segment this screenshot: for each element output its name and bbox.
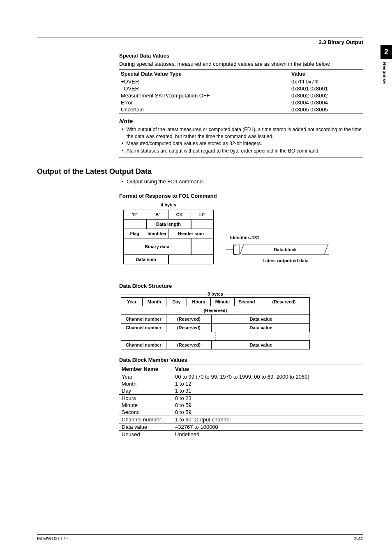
special-values-table: Special Data Value Type Value +OVER0x7ff… <box>119 69 363 113</box>
table-row: Data value–32767 to 100000 <box>119 423 363 431</box>
fo1-diagram: 4 bytes 'E' 'B' CR LF Data length Flag I… <box>119 202 363 280</box>
data-block-structure-diagram: 8 bytes Year Month Day Hours Minute Seco… <box>119 291 363 349</box>
table-row: Second0 to 59 <box>119 409 363 416</box>
format-heading: Format of Response to FO1 Command <box>119 193 363 199</box>
note-list: With output of the latest measured or co… <box>119 126 363 155</box>
table-row: Hours0 to 23 <box>119 395 363 402</box>
identifier-label: Identifier=131 <box>230 235 329 240</box>
chapter-number: 2 <box>380 45 392 59</box>
chapter-label: Response <box>380 59 389 87</box>
section-header: 2.3 Binary Output <box>37 39 363 45</box>
footer-left: IM MW100-17E <box>37 536 68 541</box>
special-intro: During special statuses, measured and co… <box>119 60 363 68</box>
footer-right: 2-41 <box>354 536 363 541</box>
special-heading: Special Data Values <box>119 53 363 59</box>
page-footer: IM MW100-17E 2-41 <box>37 534 363 541</box>
output-title: Output of the Latest Output Data <box>37 167 363 176</box>
table-row: Month1 to 12 <box>119 380 363 387</box>
table-row: UnusedUndefined <box>119 431 363 438</box>
table-row: Channel number1 to 60: Output channel <box>119 416 363 423</box>
side-tab: 2 Response <box>380 45 392 87</box>
latest-label: Latest outputted data <box>226 258 329 263</box>
member-values-table: Member Name Value Year00 to 99 (70 to 99… <box>119 365 363 438</box>
col-value: Value <box>290 69 363 78</box>
col-type: Special Data Value Type <box>119 69 290 78</box>
members-heading: Data Block Member Values <box>119 357 363 363</box>
table-row: Day1 to 31 <box>119 387 363 395</box>
table-row: Year00 to 99 (70 to 99: 1970 to 1999, 00… <box>119 373 363 381</box>
col-member: Member Name <box>119 365 173 373</box>
dbs-heading: Data Block Structure <box>119 283 363 289</box>
col-value: Value <box>173 365 363 373</box>
note-heading: Note <box>119 118 133 125</box>
output-bullet: Output using the FO1 command. <box>127 178 363 185</box>
table-row: Minute0 to 59 <box>119 402 363 409</box>
